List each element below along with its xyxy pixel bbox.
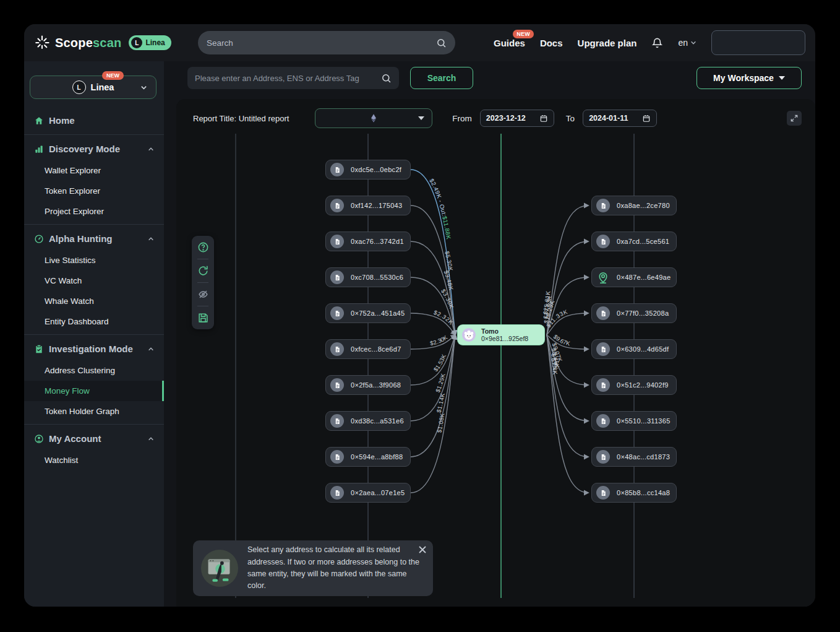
center-node-tomo[interactable]: Tomo0×9e81...925ef8 <box>458 325 544 345</box>
address-label: 0×2f5a...3f9068 <box>351 381 401 389</box>
contract-doc-icon <box>596 378 610 392</box>
help-icon[interactable] <box>197 241 209 253</box>
address-label: 0×5510...311365 <box>617 417 671 425</box>
divider <box>197 282 208 283</box>
sidebar-item-my-account[interactable]: My Account <box>24 427 164 450</box>
calendar-icon <box>539 114 548 123</box>
address-node[interactable]: 0xdc5e...0ebc2f <box>325 160 411 180</box>
sidebar-item-live-statistics[interactable]: Live Statistics <box>24 250 164 271</box>
address-label: 0×2aea...07e1e5 <box>351 489 405 496</box>
global-search-placeholder: Search <box>207 38 436 48</box>
address-node[interactable]: 0xc708...5530c6 <box>325 267 411 287</box>
tomo-avatar <box>462 328 476 342</box>
sidebar-item-label: Home <box>49 115 75 126</box>
address-node[interactable]: 0×2f5a...3f9068 <box>325 375 411 395</box>
sidebar-item-label: My Account <box>49 433 101 444</box>
sidebar-item-alpha-hunting[interactable]: Alpha Hunting <box>24 227 164 250</box>
sidebar-item-home[interactable]: Home <box>24 109 164 132</box>
global-search-input[interactable]: Search <box>198 31 455 54</box>
address-node[interactable]: 0×77f0...35208a <box>591 303 677 323</box>
nav-guides[interactable]: GuidesNEW <box>494 38 525 48</box>
linea-icon: L <box>72 80 86 94</box>
address-node[interactable]: 0xf142...175043 <box>325 196 411 215</box>
hide-eye-off-icon[interactable] <box>197 288 209 300</box>
sidebar-chain-selector[interactable]: L Linea NEW <box>30 76 156 99</box>
sidebar-item-token-explorer[interactable]: Token Explorer <box>24 181 164 201</box>
edge-amount-label: $2.49K - Out:$11.88K <box>428 177 452 240</box>
to-date-input[interactable]: 2024-01-11 <box>583 110 657 127</box>
address-node[interactable]: 0×51c2...9402f9 <box>591 375 677 395</box>
linea-icon: L <box>131 37 142 48</box>
chain-badge: L Linea <box>129 35 171 50</box>
contract-doc-icon <box>330 163 344 176</box>
gauge-icon <box>34 234 44 244</box>
address-node[interactable]: 0xa7cd...5ce561 <box>591 232 677 251</box>
address-node[interactable]: 0xa8ae...2ce780 <box>591 196 677 215</box>
brand[interactable]: Scopescan L Linea <box>34 35 171 51</box>
address-label: 0xa8ae...2ce780 <box>617 202 670 209</box>
contract-doc-icon <box>330 486 344 500</box>
address-node[interactable]: 0×752a...451a45 <box>325 303 411 323</box>
user-icon <box>34 434 44 444</box>
my-workspace-button[interactable]: My Workspace <box>696 67 802 89</box>
address-node[interactable]: 0xac76...3742d1 <box>325 232 411 251</box>
fullscreen-button[interactable] <box>787 111 802 126</box>
address-label: 0×6309...4d65df <box>617 345 669 353</box>
address-node[interactable]: 0×5510...311365 <box>591 411 677 431</box>
sidebar-item-investigation-mode[interactable]: Investigation Mode <box>24 337 164 360</box>
calendar-icon <box>642 114 651 123</box>
address-label: 0×77f0...35208a <box>617 310 669 317</box>
address-node[interactable]: 0×2aea...07e1e5 <box>325 483 411 503</box>
search-button[interactable]: Search <box>410 67 473 89</box>
token-selector-dropdown[interactable] <box>315 108 432 128</box>
close-icon[interactable] <box>418 545 427 554</box>
hint-card: Select any address to calculate all its … <box>193 540 433 596</box>
search-icon <box>436 38 447 48</box>
sidebar-item-address-clustering[interactable]: Address Clustering <box>24 360 164 381</box>
report-title: Report Title: Untitled report <box>193 114 289 123</box>
address-node[interactable]: 0×85b8...cc14a8 <box>591 483 677 503</box>
contract-doc-icon <box>330 450 344 464</box>
location-pin-icon <box>596 271 610 284</box>
divider <box>197 259 208 259</box>
address-node[interactable]: 0xfcec...8ce6d7 <box>325 339 411 359</box>
address-node[interactable]: 0×6309...4d65df <box>591 339 677 359</box>
address-search-input[interactable]: Please enter an Address, ENS or Address … <box>187 67 399 89</box>
report-toolbar: Report Title: Untitled report From 2023-… <box>176 108 815 129</box>
scopescan-logo-icon <box>34 35 50 51</box>
address-node[interactable]: 0×48ac...cd1873 <box>591 447 677 467</box>
main-area: Please enter an Address, ENS or Address … <box>164 61 815 607</box>
address-label: 0xfcec...8ce6d7 <box>351 345 401 353</box>
address-search-placeholder: Please enter an Address, ENS or Address … <box>195 74 381 83</box>
language-selector[interactable]: en <box>678 38 696 48</box>
address-label: 0×48ac...cd1873 <box>617 453 670 461</box>
address-label: 0xdc5e...0ebc2f <box>351 166 401 173</box>
address-node[interactable]: 0xd38c...a531e6 <box>325 411 411 431</box>
save-icon[interactable] <box>197 312 209 324</box>
divider <box>24 134 164 135</box>
contract-doc-icon <box>330 414 344 428</box>
contract-doc-icon <box>330 306 344 320</box>
sidebar-item-entity-dashboard[interactable]: Entity Dashboard <box>24 311 164 332</box>
sidebar-item-token-holder-graph[interactable]: Token Holder Graph <box>24 401 164 422</box>
money-flow-canvas[interactable]: $2.49K - Out:$11.88K$5.30K$3.48K$3.30K$2… <box>176 134 815 607</box>
address-node[interactable]: 0×594e...a8bf88 <box>325 447 411 467</box>
notifications-bell-icon[interactable] <box>651 37 663 49</box>
nav-upgrade-plan[interactable]: Upgrade plan <box>578 38 637 48</box>
divider <box>24 334 164 335</box>
sidebar-item-wallet-explorer[interactable]: Wallet Explorer <box>24 160 164 181</box>
refresh-icon[interactable] <box>197 265 209 277</box>
sidebar-item-vc-watch[interactable]: VC Watch <box>24 271 164 291</box>
sidebar-item-discovery-mode[interactable]: Discovery Mode <box>24 137 164 160</box>
sidebar-item-watchlist[interactable]: Watchlist <box>24 450 164 470</box>
sidebar-item-label: Alpha Hunting <box>49 233 112 244</box>
wallet-connect-box[interactable] <box>711 30 805 55</box>
caret-down-icon <box>779 76 785 80</box>
contract-doc-icon <box>330 342 344 356</box>
address-node[interactable]: 0×487e...6e49ae <box>591 267 677 287</box>
from-date-input[interactable]: 2023-12-12 <box>480 110 554 127</box>
nav-docs[interactable]: Docs <box>540 38 563 48</box>
sidebar-item-project-explorer[interactable]: Project Explorer <box>24 201 164 222</box>
sidebar-item-whale-watch[interactable]: Whale Watch <box>24 291 164 311</box>
sidebar-item-money-flow[interactable]: Money Flow <box>24 381 164 401</box>
